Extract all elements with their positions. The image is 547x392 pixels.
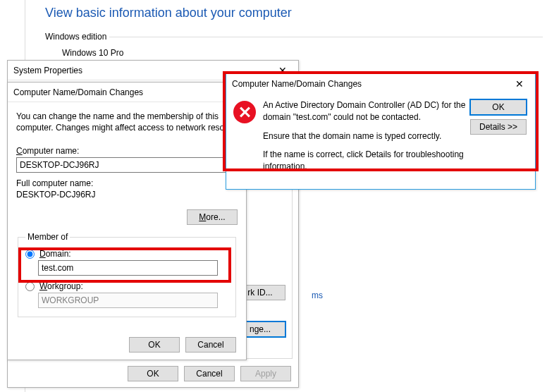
- member-of-group: Member of Domain: Workgroup:: [18, 232, 236, 317]
- section-windows-edition-label: Windows edition: [45, 32, 106, 42]
- partial-link[interactable]: ms: [312, 290, 323, 300]
- error-text: An Active Directory Domain Controller (A…: [263, 99, 467, 180]
- full-computer-name-value: DESKTOP-DCJ96RJ: [16, 190, 238, 200]
- errdlg-title: Computer Name/Domain Changes: [232, 79, 362, 89]
- domchg-titlebar[interactable]: Computer Name/Domain Changes: [8, 82, 246, 102]
- errdlg-details-button[interactable]: Details >>: [470, 119, 527, 135]
- domain-radio-label: Domain:: [39, 249, 71, 259]
- windows-edition-value: Windows 10 Pro: [62, 48, 123, 58]
- error-icon: [233, 101, 256, 123]
- domain-changes-window: Computer Name/Domain Changes You can cha…: [7, 82, 247, 360]
- section-divider: [109, 37, 543, 37]
- domchg-description: You can change the name and the membersh…: [16, 111, 238, 133]
- computer-name-label: Computer name:: [16, 146, 238, 156]
- error-dialog: Computer Name/Domain Changes ✕ An Active…: [226, 73, 536, 190]
- workgroup-input: [38, 293, 218, 308]
- workgroup-radio[interactable]: [25, 282, 35, 291]
- domchg-title: Computer Name/Domain Changes: [13, 87, 143, 97]
- more-button[interactable]: More...: [187, 209, 238, 225]
- error-line-3: If the name is correct, click Details fo…: [263, 149, 467, 173]
- member-of-legend: Member of: [25, 232, 70, 242]
- error-line-2: Ensure that the domain name is typed cor…: [263, 130, 467, 142]
- computer-name-input[interactable]: [16, 157, 238, 173]
- page-heading: View basic information about your comput…: [45, 6, 292, 20]
- domchg-cancel-button[interactable]: Cancel: [185, 337, 236, 353]
- sysprops-cancel-button[interactable]: Cancel: [184, 366, 235, 381]
- domchg-ok-button[interactable]: OK: [129, 337, 180, 353]
- domain-input[interactable]: [38, 260, 218, 276]
- errdlg-titlebar[interactable]: Computer Name/Domain Changes ✕: [226, 74, 535, 94]
- close-icon[interactable]: ✕: [505, 75, 534, 93]
- workgroup-radio-label: Workgroup:: [39, 281, 83, 291]
- errdlg-ok-button[interactable]: OK: [470, 99, 527, 115]
- domain-radio[interactable]: [25, 250, 35, 259]
- error-line-1: An Active Directory Domain Controller (A…: [263, 99, 467, 123]
- full-computer-name-label: Full computer name:: [16, 178, 238, 188]
- sysprops-apply-button: Apply: [240, 366, 291, 381]
- sysprops-title: System Properties: [13, 66, 82, 75]
- sysprops-ok-button[interactable]: OK: [128, 366, 178, 381]
